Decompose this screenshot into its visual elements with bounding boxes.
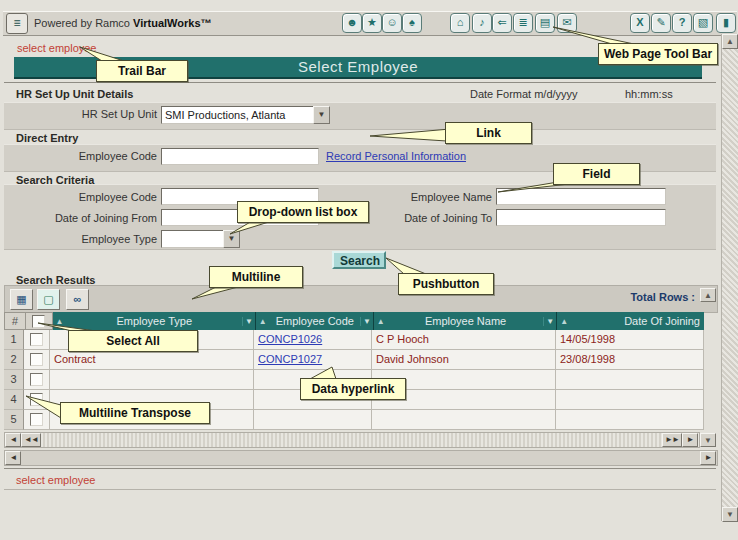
employee-name-cell: David Johnson — [372, 350, 556, 370]
row-select-cell[interactable] — [24, 370, 50, 390]
employee-name-cell — [372, 410, 556, 430]
transpose-icon[interactable]: ▢ — [37, 289, 60, 310]
callout-link: Link — [445, 122, 532, 144]
user-query-icon[interactable]: ☺ — [382, 13, 402, 33]
row-select-cell[interactable] — [24, 390, 50, 410]
hr-setup-section-label: HR Set Up Unit Details — [16, 88, 133, 100]
table-header-row: # ▲ Employee Type ▼ ▲ Employee Code ▼ ▲ … — [4, 312, 704, 330]
date-of-joining-cell — [556, 390, 704, 410]
search-button[interactable]: Search — [332, 251, 386, 269]
date-of-joining-to-label: Date of Joining To — [356, 212, 492, 224]
callout-data-hyperlink: Data hyperlink — [300, 378, 406, 400]
notes-icon[interactable]: ✎ — [651, 13, 671, 33]
print-icon[interactable]: ▦ — [10, 289, 33, 310]
employee-type-header[interactable]: ▲ Employee Type ▼ — [53, 312, 256, 330]
grid-horizontal-scrollbar[interactable] — [4, 432, 700, 448]
doc-alert-icon[interactable]: ▧ — [693, 13, 713, 33]
date-of-joining-to-input[interactable] — [496, 209, 666, 226]
hr-setup-unit-label: HR Set Up Unit — [20, 108, 157, 120]
date-of-joining-from-label: Date of Joining From — [20, 212, 157, 224]
row-checkbox[interactable] — [30, 333, 43, 346]
row-checkbox[interactable] — [30, 413, 43, 426]
key-icon[interactable]: ♪ — [472, 13, 492, 33]
employee-name-header[interactable]: ▲ Employee Name ▼ — [374, 312, 557, 330]
hr-setup-unit-dropdown-icon[interactable]: ▼ — [313, 106, 330, 124]
total-rows-label: Total Rows : — [560, 291, 695, 303]
row-number[interactable]: 2 — [4, 350, 24, 370]
row-number[interactable]: 4 — [4, 390, 24, 410]
employee-code-link[interactable]: CONCP1026 — [258, 333, 322, 345]
document-icon[interactable]: ▤ — [535, 13, 555, 33]
column-filter-icon[interactable]: ▼ — [543, 317, 556, 326]
employee-name-cell: C P Hooch — [372, 330, 556, 350]
grid-page-last-icon[interactable]: ►► — [662, 433, 682, 447]
callout-pushbutton: Pushbutton — [398, 273, 494, 295]
row-select-cell[interactable] — [24, 350, 50, 370]
close-icon[interactable]: X — [630, 13, 650, 33]
callout-tail-pushbutton — [386, 258, 426, 274]
back-icon[interactable]: ⇐ — [492, 13, 512, 33]
user-icon[interactable]: ☻ — [342, 13, 362, 33]
help-icon[interactable]: ? — [672, 13, 692, 33]
frame-scroll-right-icon[interactable]: ► — [700, 451, 716, 465]
employee-code-header[interactable]: ▲ Employee Code ▼ — [256, 312, 374, 330]
home-icon[interactable]: ⌂ — [450, 13, 470, 33]
row-checkbox[interactable] — [30, 373, 43, 386]
employee-code-link[interactable]: CONCP1027 — [258, 353, 322, 365]
row-number[interactable]: 5 — [4, 410, 24, 430]
sort-asc-icon[interactable]: ▲ — [259, 317, 267, 326]
employee-type-cell: Contract — [50, 350, 254, 370]
select-all-header[interactable] — [26, 312, 53, 330]
page-scroll-up-icon[interactable]: ▲ — [722, 34, 738, 49]
page-scroll-down-icon[interactable]: ▼ — [722, 507, 738, 522]
table-row: 2 Contract CONCP1027 David Johnson 23/08… — [4, 350, 704, 370]
column-filter-icon[interactable]: ▼ — [360, 317, 373, 326]
callout-dropdown: Drop-down list box — [237, 201, 369, 223]
trail-bar[interactable]: select employee — [17, 42, 97, 54]
page-vertical-scrollbar[interactable] — [721, 34, 738, 521]
sort-asc-icon[interactable]: ▲ — [56, 317, 64, 326]
row-checkbox[interactable] — [30, 393, 43, 406]
exit-icon[interactable]: ▮ — [716, 13, 736, 33]
hr-setup-unit-select[interactable]: SMI Productions, Atlanta — [161, 106, 315, 124]
row-select-cell[interactable] — [24, 330, 50, 350]
grid-scroll-up-icon[interactable]: ▲ — [700, 288, 716, 302]
time-format-label: hh:mm:ss — [625, 88, 673, 100]
employee-type-label: Employee Type — [20, 233, 157, 245]
row-number[interactable]: 1 — [4, 330, 24, 350]
find-icon[interactable]: ∞ — [66, 289, 89, 310]
employee-type-dropdown-icon[interactable]: ▼ — [223, 230, 240, 248]
date-format-label: Date Format m/d/yyyy — [470, 88, 578, 100]
star-icon[interactable]: ★ — [362, 13, 382, 33]
date-of-joining-cell — [556, 370, 704, 390]
sort-asc-icon[interactable]: ▲ — [560, 317, 568, 326]
search-employee-name-label: Employee Name — [356, 191, 492, 203]
mail-icon[interactable]: ✉ — [557, 13, 577, 33]
grid-scroll-left-icon[interactable]: ◄ — [5, 433, 21, 447]
org-chart-icon[interactable]: ≣ — [513, 13, 533, 33]
search-employee-name-input[interactable] — [496, 188, 666, 205]
row-select-cell[interactable] — [24, 410, 50, 430]
direct-employee-code-input[interactable] — [161, 148, 319, 165]
row-number[interactable]: 3 — [4, 370, 24, 390]
employee-type-select[interactable] — [161, 230, 225, 248]
select-all-checkbox[interactable] — [32, 315, 45, 328]
date-of-joining-cell — [556, 410, 704, 430]
footer-trail-bar[interactable]: select employee — [16, 474, 96, 486]
employee-type-cell — [50, 370, 254, 390]
record-personal-information-link[interactable]: Record Personal Information — [326, 150, 466, 162]
grid-scroll-down-icon[interactable]: ▼ — [700, 433, 716, 447]
grid-page-first-icon[interactable]: ◄◄ — [21, 433, 41, 447]
row-checkbox[interactable] — [30, 353, 43, 366]
date-of-joining-header[interactable]: ▲ Date Of Joining — [557, 312, 704, 330]
column-filter-icon[interactable]: ▼ — [242, 317, 255, 326]
menu-icon[interactable]: ≡ — [6, 13, 28, 34]
frame-scroll-left-icon[interactable]: ◄ — [5, 451, 21, 465]
callout-multiline-transpose: Multiline Transpose — [60, 402, 210, 424]
row-number-header: # — [4, 312, 26, 330]
select-employee-page: ≡ Powered by Ramco VirtualWorks™ ☻ ★ ☺ ♠… — [0, 0, 738, 540]
frame-horizontal-scrollbar[interactable] — [4, 450, 718, 466]
grid-scroll-right-icon[interactable]: ► — [682, 433, 698, 447]
sort-asc-icon[interactable]: ▲ — [377, 317, 385, 326]
shield-icon[interactable]: ♠ — [402, 13, 422, 33]
